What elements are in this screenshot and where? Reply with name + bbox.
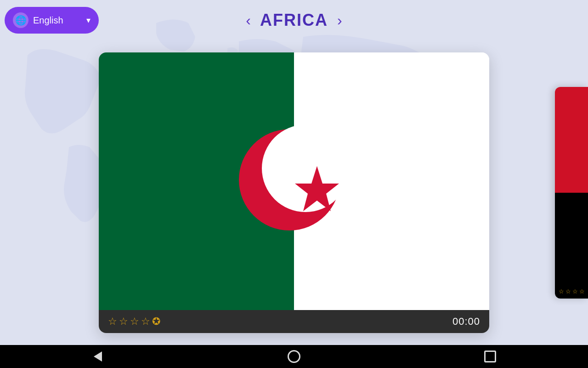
timer-display: 00:00 — [452, 316, 480, 328]
star-5[interactable]: ✪ — [152, 316, 160, 328]
star-rating[interactable]: ☆ ☆ ☆ ☆ ✪ — [108, 316, 160, 328]
android-nav-bar — [0, 345, 588, 368]
rating-bar: ☆ ☆ ☆ ☆ ✪ 00:00 — [99, 310, 489, 333]
next-flag-stars: ☆ ☆ ☆ ☆ — [555, 288, 588, 295]
globe-icon: 🌐 — [13, 12, 28, 28]
svg-point-1 — [262, 125, 349, 212]
star-2[interactable]: ☆ — [119, 316, 128, 328]
star-1[interactable]: ☆ — [108, 316, 117, 328]
language-label: English — [33, 15, 82, 26]
star-3[interactable]: ☆ — [130, 316, 139, 328]
content-area: ☆ ☆ ☆ ☆ ✪ 00:00 ☆ ☆ ☆ ☆ — [0, 40, 588, 345]
next-star-4: ☆ — [579, 288, 585, 295]
header: 🌐 English ▾ ‹ AFRICA › — [0, 0, 588, 40]
chevron-down-icon: ▾ — [86, 15, 90, 25]
region-navigation: ‹ AFRICA › — [246, 11, 342, 30]
next-flag-peek[interactable]: ☆ ☆ ☆ ☆ — [555, 87, 588, 299]
next-star-2: ☆ — [565, 288, 571, 295]
next-star-1: ☆ — [559, 288, 564, 295]
language-selector[interactable]: 🌐 English ▾ — [5, 7, 99, 34]
flag-card[interactable]: ☆ ☆ ☆ ☆ ✪ 00:00 — [99, 52, 489, 333]
next-star-3: ☆ — [572, 288, 578, 295]
nav-prev-button[interactable]: ‹ — [246, 13, 251, 28]
android-home-button[interactable] — [284, 346, 304, 367]
next-flag-bottom — [555, 193, 588, 299]
next-flag-top — [555, 87, 588, 193]
android-back-button[interactable] — [88, 346, 108, 367]
flag-emblem — [230, 115, 358, 244]
star-4[interactable]: ☆ — [141, 316, 150, 328]
region-title: AFRICA — [260, 11, 328, 30]
nav-next-button[interactable]: › — [337, 13, 342, 28]
android-recents-button[interactable] — [480, 346, 500, 367]
